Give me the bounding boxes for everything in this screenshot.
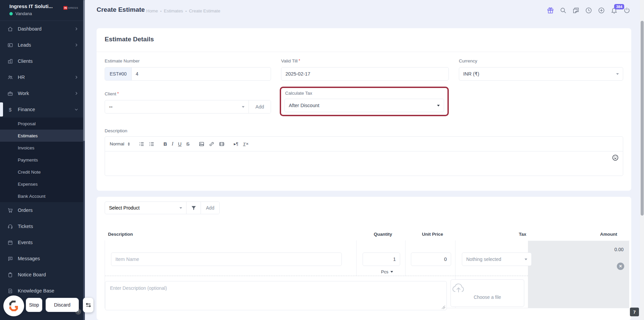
chevron-down-icon (179, 207, 182, 209)
finance-submenu: Proposal Estimates Invoices Payments Cre… (0, 118, 85, 202)
unit-select[interactable]: Pcs (381, 269, 393, 274)
estimate-items-card: Select Product Add Description Quantity … (97, 197, 631, 320)
add-client-button[interactable]: Add (249, 100, 271, 113)
bullet-list-icon[interactable] (149, 141, 154, 147)
breadcrumb-home[interactable]: Home (146, 8, 158, 13)
sidebar-item-dashboard[interactable]: Dashboard (0, 21, 85, 37)
submenu-item-estimates[interactable]: Estimates (0, 130, 85, 142)
tax-select[interactable]: Nothing selected (462, 253, 532, 266)
submenu-item-payments[interactable]: Payments (0, 154, 85, 166)
submenu-item-bank-account[interactable]: Bank Account (0, 190, 85, 202)
sidebar-item-orders[interactable]: Orders (0, 202, 85, 218)
chevron-right-icon (74, 75, 78, 80)
item-name-input[interactable] (111, 253, 342, 266)
format-picker[interactable]: Normal (110, 141, 130, 146)
sidebar-item-clients[interactable]: Clients (0, 53, 85, 69)
col-header-quantity: Quantity (348, 232, 392, 237)
valid-till-date-input[interactable]: 2025-02-17 (281, 67, 449, 81)
page-title: Create Estimate (97, 6, 145, 13)
headset-icon (7, 224, 13, 229)
sidebar-item-hr[interactable]: HR (0, 69, 85, 85)
editor-body[interactable] (105, 151, 623, 176)
text-direction-icon[interactable]: ▸¶ (234, 141, 238, 146)
unit-price-input[interactable] (411, 253, 451, 266)
submenu-item-proposal[interactable]: Proposal (0, 118, 85, 130)
chevron-down-icon (74, 107, 78, 112)
description-label: Description (105, 128, 127, 133)
breadcrumb-current: Create Estimate (189, 8, 220, 13)
submenu-item-expenses[interactable]: Expenses (0, 178, 85, 190)
add-circle-icon[interactable] (598, 7, 605, 14)
topbar-icons: 384 (547, 0, 631, 21)
sidebar-item-finance[interactable]: $ Finance (0, 101, 85, 118)
document-icon (7, 288, 13, 294)
quantity-input[interactable] (363, 253, 400, 266)
gift-icon[interactable] (547, 7, 554, 14)
item-description-textarea[interactable] (105, 281, 447, 310)
add-product-button[interactable]: Add (201, 202, 219, 214)
swap-arrows-icon (85, 302, 92, 308)
bold-button[interactable]: B (164, 141, 167, 147)
italic-button[interactable]: I (172, 141, 173, 147)
clipboard-icon (7, 272, 13, 278)
sidebar-item-events[interactable]: Events (0, 234, 85, 250)
client-label: Client* (105, 91, 119, 96)
swap-button[interactable] (83, 298, 94, 313)
ordered-list-icon[interactable] (139, 141, 144, 147)
lead-card-icon (7, 42, 13, 48)
user-row[interactable]: Vandana (9, 11, 32, 16)
client-select[interactable]: -- (105, 100, 249, 113)
submenu-item-invoices[interactable]: Invoices (0, 142, 85, 154)
calculate-tax-label: Calculate Tax (285, 91, 312, 96)
sidebar-item-messages[interactable]: Messages (0, 250, 85, 267)
notes-icon[interactable] (572, 7, 580, 14)
extension-logo[interactable] (3, 295, 24, 316)
amount-value: 0.00 (614, 247, 624, 252)
select-product-dropdown[interactable]: Select Product (105, 202, 186, 214)
currency-select[interactable]: INR (₹) (459, 67, 623, 81)
emoji-icon[interactable] (612, 154, 619, 161)
cloud-upload-icon (451, 282, 524, 294)
underline-button[interactable]: U (178, 141, 181, 147)
page-number-badge: 7 (630, 308, 639, 316)
clear-format-icon[interactable]: T✕ (243, 141, 249, 147)
chevron-down-icon (390, 271, 393, 273)
chevron-right-icon (74, 27, 78, 31)
insert-link-icon[interactable] (209, 141, 214, 147)
col-header-tax: Tax (509, 232, 536, 237)
chevron-down-icon (242, 106, 245, 108)
remove-row-button[interactable]: ✕ (617, 263, 624, 270)
people-icon (7, 75, 13, 80)
search-icon[interactable] (559, 7, 567, 14)
calculate-tax-select[interactable]: After Discount (284, 99, 444, 112)
col-header-description: Description (108, 232, 133, 237)
sidebar-item-notice-board[interactable]: Notice Board (0, 267, 85, 283)
breadcrumb-estimates[interactable]: Estimates (164, 8, 183, 13)
notification-count-badge: 384 (614, 4, 624, 9)
page-scrollbar[interactable] (640, 0, 644, 320)
sidebar-item-work[interactable]: Work (0, 85, 85, 101)
notifications-bell-icon[interactable]: 384 (610, 7, 618, 14)
submenu-item-credit-note[interactable]: Credit Note (0, 166, 85, 178)
filter-button[interactable] (186, 202, 201, 214)
sidebar-scrollbar[interactable] (83, 0, 85, 320)
stop-button[interactable]: Stop (26, 298, 42, 312)
scrollbar-thumb[interactable] (641, 21, 644, 216)
file-upload-box[interactable]: Choose a file (450, 279, 524, 307)
sidebar-item-leads[interactable]: Leads (0, 37, 85, 53)
discard-button[interactable]: Discard (46, 298, 79, 312)
strikethrough-button[interactable]: S (186, 141, 190, 147)
estimate-number-label: Estimate Number (105, 58, 140, 63)
col-header-amount: Amount (573, 232, 617, 237)
power-icon[interactable] (623, 7, 631, 14)
insert-video-icon[interactable] (219, 141, 224, 147)
sidebar: Ingress IT Soluti... Vandana IN GRESS Da… (0, 0, 85, 320)
sidebar-item-tickets[interactable]: Tickets (0, 218, 85, 234)
clock-icon[interactable] (585, 7, 592, 14)
insert-image-icon[interactable] (199, 141, 204, 147)
section-title: Estimate Details (105, 36, 154, 43)
file-upload-label: Choose a file (451, 294, 524, 300)
item-row: 0.00 Pcs Nothing selected Choose a file … (105, 240, 629, 308)
estimate-number-input[interactable] (132, 67, 271, 80)
calculate-tax-highlight: Calculate Tax After Discount (280, 87, 449, 116)
